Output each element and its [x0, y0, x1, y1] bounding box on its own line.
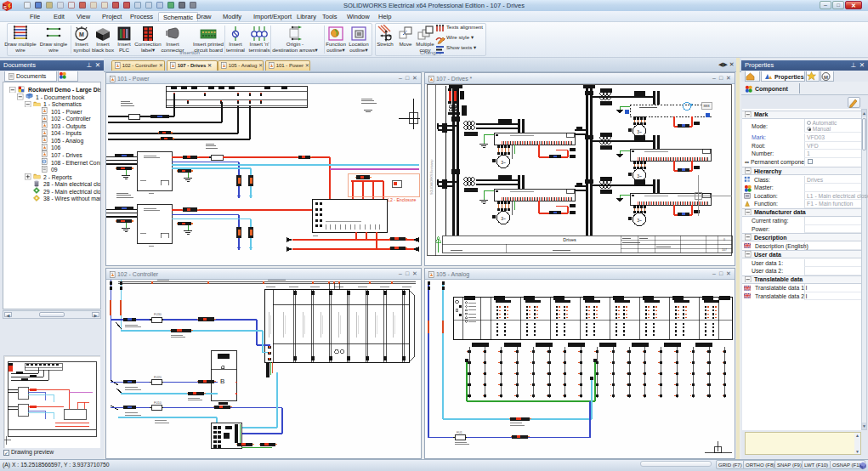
svg-text:Drives: Drives	[563, 237, 576, 242]
svg-text:3~: 3~	[637, 173, 642, 179]
svg-text:107: 107	[722, 248, 727, 252]
svg-text:3~: 3~	[501, 160, 506, 165]
svg-text:B: B	[220, 377, 224, 385]
svg-text:FU30: FU30	[154, 313, 162, 316]
svg-text:SOLIDWORKS Bootcamp: SOLIDWORKS Bootcamp	[430, 159, 434, 195]
svg-text:L2 - Enclosure: L2 - Enclosure	[388, 197, 417, 202]
svg-text:FU1: FU1	[457, 431, 462, 434]
svg-text:M: M	[79, 31, 84, 37]
svg-text:3~: 3~	[501, 216, 506, 221]
svg-text:FU20: FU20	[154, 376, 162, 379]
svg-text:3~: 3~	[637, 129, 642, 134]
svg-text:0: 0	[723, 238, 725, 241]
svg-text:M: M	[824, 75, 828, 80]
svg-text:FU10: FU10	[154, 401, 162, 405]
svg-text:888: 888	[704, 104, 711, 108]
svg-text:3~: 3~	[637, 218, 642, 223]
